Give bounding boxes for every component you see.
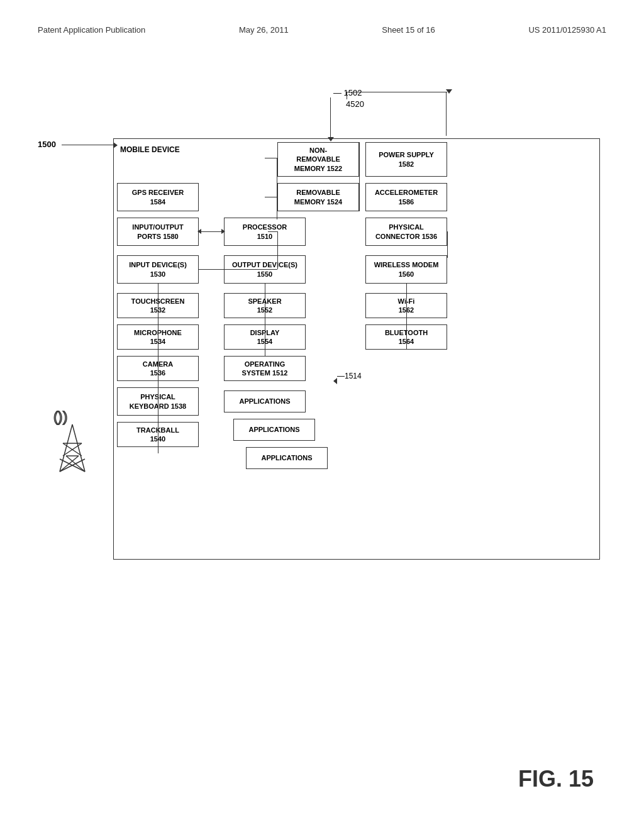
vline-right-wireless <box>406 284 407 350</box>
tower-icon: ( ) ) <box>50 409 94 472</box>
gps-receiver-box: GPS RECEIVER1584 <box>117 183 199 211</box>
svg-text:): ) <box>58 409 62 424</box>
arrowhead-1514 <box>333 378 337 384</box>
input-devices-box: INPUT DEVICE(S)1530 <box>117 255 199 284</box>
applications-box-3: APPLICATIONS <box>246 447 328 469</box>
non-removable-memory-box: NON-REMOVABLEMEMORY 1522 <box>277 142 359 177</box>
header-left: Patent Application Publication <box>38 25 145 35</box>
applications-box-2: APPLICATIONS <box>233 419 315 441</box>
arrow-1500 <box>62 145 117 145</box>
arrowhead-1520 <box>446 89 452 94</box>
power-supply-box: POWER SUPPLY1582 <box>365 142 447 177</box>
applications-box-1: APPLICATIONS <box>224 390 306 412</box>
label-1520: 4520 <box>346 99 364 109</box>
removable-memory-box: REMOVABLEMEMORY 1524 <box>277 183 359 211</box>
wireless-modem-box: WIRELESS MODEM1560 <box>365 255 447 284</box>
mobile-device-label: MOBILE DEVICE <box>120 145 180 154</box>
vline-proc-down <box>277 231 278 269</box>
arrow-1502-vert <box>330 97 331 138</box>
hline-proc-down <box>268 231 277 232</box>
ah-io-left <box>197 229 201 234</box>
page-header: Patent Application Publication May 26, 2… <box>38 25 606 35</box>
ah-io-right <box>221 229 225 234</box>
line-io-proc <box>199 231 224 232</box>
vline-left-inputs <box>158 284 158 453</box>
label-1500: 1500 <box>38 140 56 149</box>
vline-right-connect <box>447 231 448 258</box>
processor-box: PROCESSOR1510 <box>224 218 306 246</box>
physical-connector-box: PHYSICALCONNECTOR 1536 <box>365 218 447 246</box>
line-1520-vert <box>446 92 447 136</box>
label-1514: —1514 <box>337 372 362 380</box>
line-1520 <box>347 92 447 92</box>
input-output-ports-box: INPUT/OUTPUTPORTS 1580 <box>117 218 199 246</box>
vline-mid-outputs <box>265 284 265 356</box>
hline-io-out <box>199 269 277 270</box>
header-middle: May 26, 2011 <box>239 25 289 35</box>
svg-text:): ) <box>63 409 67 424</box>
header-right: US 2011/0125930 A1 <box>528 25 606 35</box>
operating-system-box: OPERATINGSYSTEM 1512 <box>224 356 306 381</box>
accelerometer-box: ACCELEROMETER1586 <box>365 183 447 211</box>
fig-label: FIG. 15 <box>518 766 594 792</box>
vline-proc-up <box>277 158 277 219</box>
hline-proc-mem <box>265 158 277 158</box>
label-1502: — 1502 <box>333 88 362 97</box>
main-box: MOBILE DEVICE NON-REMOVABLEMEMORY 1522 P… <box>113 138 600 560</box>
tick-1520 <box>347 92 347 99</box>
hline-proc-removable <box>265 197 277 197</box>
header-sheet: Sheet 15 of 16 <box>382 25 435 35</box>
vline-right-top <box>359 142 360 211</box>
diagram-area: 1500 — 1502 4520 MOBILE DEVICE NON-REMOV… <box>38 88 606 560</box>
